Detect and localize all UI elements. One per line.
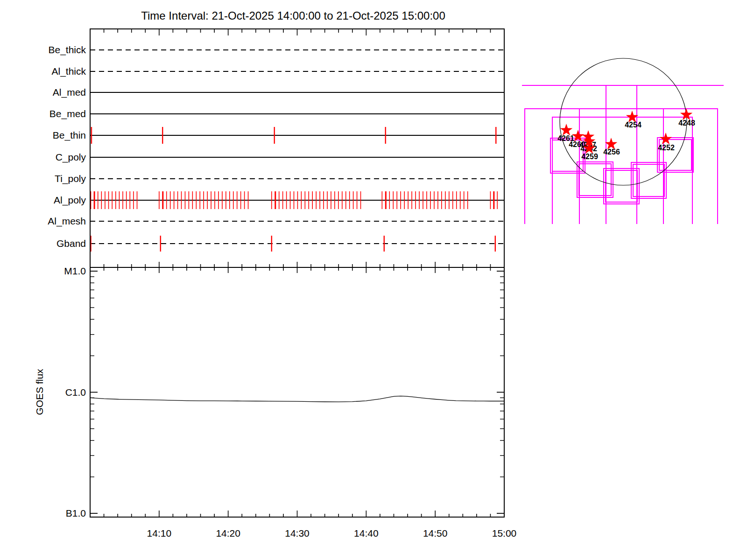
goes-flux-panel: 14:1014:2014:3014:4014:5015:00	[90, 267, 516, 539]
active-region-star	[680, 108, 693, 120]
active-region-label: 4254	[625, 121, 641, 129]
x-tick-label: 14:10	[147, 528, 172, 539]
x-tick-label: 14:40	[354, 528, 379, 539]
filter-row-label: Al_med	[53, 87, 86, 98]
x-tick-label: 14:50	[423, 528, 448, 539]
filter-row-label: Be_thin	[53, 130, 86, 141]
plot-canvas: Time Interval: 21-Oct-2025 14:00:00 to 2…	[0, 0, 747, 560]
fov-box-outer	[577, 162, 613, 197]
goes-panel-border	[90, 267, 504, 517]
x-tick-label: 15:00	[492, 528, 517, 539]
filter-row-label: Al_poly	[54, 195, 86, 206]
filter-row-label: Gband	[56, 238, 86, 249]
y-tick-label-m1: M1.0	[64, 266, 86, 276]
filter-row-label: C_poly	[56, 152, 86, 163]
timeline-panel-border	[90, 29, 504, 267]
filter-row-label: Be_med	[49, 108, 86, 119]
filter-row-label: Al_thick	[51, 66, 86, 77]
active-region-label: 4248	[678, 119, 695, 127]
active-region-star	[660, 133, 672, 144]
solar-disk-map-panel: 426142604257426242594256425442484252	[522, 58, 724, 224]
y-tick-label-b1: B1.0	[66, 508, 86, 518]
active-region-label: 4252	[658, 144, 675, 152]
filter-row-label: Be_thick	[48, 44, 86, 56]
active-region-label: 4256	[603, 148, 620, 156]
x-tick-label: 14:20	[216, 528, 240, 539]
active-region-label: 4259	[581, 153, 598, 161]
timeline-panel: Be_thickAl_thickAl_medBe_medBe_thinC_pol…	[48, 29, 504, 273]
active-region-star	[560, 124, 573, 135]
x-tick-label: 14:30	[285, 528, 310, 539]
filter-row-label: Al_mesh	[48, 216, 86, 227]
page-title: Time Interval: 21-Oct-2025 14:00:00 to 2…	[141, 9, 445, 22]
y-tick-label-c1: C1.0	[65, 387, 86, 398]
goes-flux-curve	[90, 396, 504, 402]
filter-row-label: Ti_poly	[55, 173, 86, 184]
xrt-goes-planning-plot: Time Interval: 21-Oct-2025 14:00:00 to 2…	[0, 0, 747, 560]
goes-flux-axis-label: GOES flux	[34, 369, 45, 415]
